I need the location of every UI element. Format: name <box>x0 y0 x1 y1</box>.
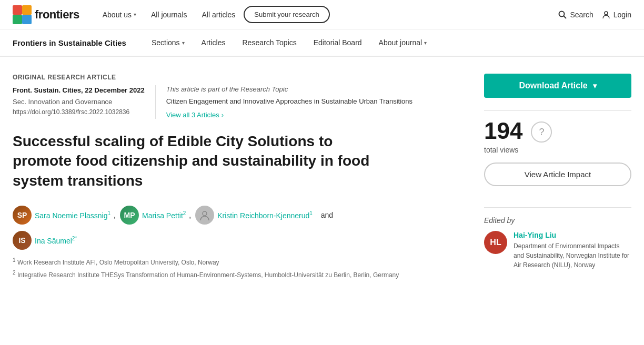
svg-rect-0 <box>13 5 22 15</box>
svg-rect-2 <box>13 15 22 24</box>
sidebar-divider-2 <box>484 207 631 208</box>
article-type: ORIGINAL RESEARCH article <box>13 74 467 81</box>
svg-rect-3 <box>22 15 32 24</box>
authors-row: SP Sara Noemie Plassnig1 , MP Marisa Pet… <box>13 206 467 225</box>
author-item: MP Marisa Pettit2 , <box>120 206 191 225</box>
about-us-link[interactable]: About us ▾ <box>96 7 143 22</box>
sections-chevron-icon: ▾ <box>182 40 185 46</box>
article-section: Sec. Innovation and Governance <box>13 98 145 106</box>
submit-research-button[interactable]: Submit your research <box>244 6 330 23</box>
journal-navigation: Frontiers in Sustainable Cities Sections… <box>0 29 644 57</box>
about-us-chevron-icon: ▾ <box>134 12 136 17</box>
all-journals-link[interactable]: All journals <box>145 7 193 22</box>
editor-row: HL Hai-Ying Liu Department of Environmen… <box>484 231 631 270</box>
meta-left: Front. Sustain. Cities, 22 December 2022… <box>13 85 156 119</box>
search-button[interactable]: Search <box>558 11 593 19</box>
top-nav-right: Search Login <box>558 11 631 19</box>
view-all-articles-link[interactable]: View all 3 Articles › <box>166 111 412 119</box>
author-item: SP Sara Noemie Plassnig1 , <box>13 206 116 225</box>
affil-2: 2 Integrative Research Institute THESys … <box>13 269 467 280</box>
all-articles-link[interactable]: All articles <box>196 7 242 22</box>
author-avatar-sara: SP <box>13 206 32 225</box>
author-item: Kristin Reichborn-Kjennerud1 and <box>195 206 333 225</box>
svg-point-7 <box>203 211 207 216</box>
topic-title: Citizen Engagement and Innovative Approa… <box>166 96 412 107</box>
meta-right: This article is part of the Research Top… <box>156 85 412 119</box>
views-section: 194 total views ? <box>484 119 631 154</box>
author-avatar-ina: IS <box>13 231 32 250</box>
authors-row-2: IS Ina Säumel2* <box>13 231 467 250</box>
top-nav-links: About us ▾ All journals All articles Sub… <box>96 6 559 23</box>
editor-name[interactable]: Hai-Ying Liu <box>514 231 631 239</box>
author-link-kristin[interactable]: Kristin Reichborn-Kjennerud1 <box>217 210 313 220</box>
svg-point-6 <box>605 12 608 15</box>
author-link-ina[interactable]: Ina Säumel2* <box>35 236 77 245</box>
journal-title[interactable]: Frontiers in Sustainable Cities <box>13 38 126 47</box>
sidebar-divider-1 <box>484 110 631 111</box>
article-meta: Front. Sustain. Cities, 22 December 2022… <box>13 85 467 119</box>
article-area: ORIGINAL RESEARCH article Front. Sustain… <box>13 74 467 281</box>
frontiers-logo-icon <box>13 5 32 24</box>
arrow-right-icon: › <box>222 111 224 119</box>
article-journal: Front. Sustain. Cities, 22 December 2022 <box>13 85 145 96</box>
article-title: Successful scaling of Edible City Soluti… <box>13 131 391 191</box>
about-journal-link[interactable]: About journal ▾ <box>370 35 436 50</box>
about-journal-chevron-icon: ▾ <box>424 40 427 46</box>
editor-affil: Department of Environmental Impacts and … <box>514 241 631 270</box>
views-count: 194 <box>484 119 522 143</box>
article-doi[interactable]: https://doi.org/10.3389/frsc.2022.103283… <box>13 108 145 117</box>
author-link-marisa[interactable]: Marisa Pettit2 <box>142 210 186 220</box>
svg-point-4 <box>559 11 565 16</box>
download-article-button[interactable]: Download Article ▾ <box>484 74 631 98</box>
user-icon <box>602 11 610 19</box>
svg-rect-1 <box>22 5 32 15</box>
login-button[interactable]: Login <box>602 11 631 19</box>
views-label: total views <box>484 146 522 154</box>
sections-link[interactable]: Sections ▾ <box>143 35 193 50</box>
edited-by-label: Edited by <box>484 216 631 225</box>
views-info-button[interactable]: ? <box>531 121 552 143</box>
editorial-board-link[interactable]: Editorial Board <box>305 35 370 50</box>
sidebar: Download Article ▾ 194 total views ? Vie… <box>484 74 631 281</box>
view-article-impact-button[interactable]: View Article Impact <box>484 163 631 186</box>
author-item: IS Ina Säumel2* <box>13 231 77 250</box>
main-content: ORIGINAL RESEARCH article Front. Sustain… <box>0 57 644 298</box>
affiliations: 1 Work Research Institute AFI, Oslo Metr… <box>13 256 467 280</box>
author-avatar-kristin <box>195 206 214 225</box>
affil-1: 1 Work Research Institute AFI, Oslo Metr… <box>13 256 467 268</box>
top-navigation: frontiers About us ▾ All journals All ar… <box>0 0 644 29</box>
search-icon <box>558 11 567 19</box>
articles-link[interactable]: Articles <box>193 35 234 50</box>
author-avatar-marisa: MP <box>120 206 139 225</box>
download-chevron-icon: ▾ <box>593 82 597 90</box>
svg-line-5 <box>564 16 567 18</box>
research-topics-link[interactable]: Research Topics <box>234 35 305 50</box>
editor-avatar: HL <box>484 231 507 254</box>
topic-label: This article is part of the Research Top… <box>166 85 412 93</box>
logo-text: frontiers <box>35 8 79 22</box>
logo[interactable]: frontiers <box>13 5 79 24</box>
author-link-sara[interactable]: Sara Noemie Plassnig1 <box>35 210 110 220</box>
journal-nav-links: Sections ▾ Articles Research Topics Edit… <box>143 35 435 50</box>
editor-info: Hai-Ying Liu Department of Environmental… <box>514 231 631 270</box>
